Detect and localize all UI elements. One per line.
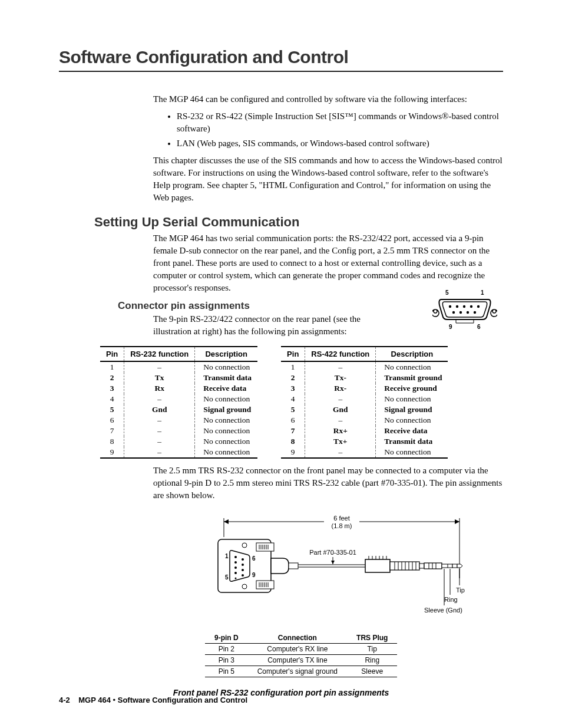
svg-point-5 xyxy=(452,311,455,314)
subsection-paragraph: The 9-pin RS-232/422 connector on the re… xyxy=(153,313,385,338)
trs-table: 9-pin D Connection TRS Plug Pin 2Compute… xyxy=(205,633,397,677)
footer-product: MGP 464 xyxy=(78,696,111,704)
col-header: TRS Plug xyxy=(347,633,397,644)
col-header: Connection xyxy=(248,633,347,644)
pin-label-1: 1 xyxy=(481,289,484,296)
table-row: 9–No connection xyxy=(100,447,257,458)
page-number: 4-2 xyxy=(59,696,70,704)
svg-rect-76 xyxy=(442,564,452,568)
col-header: RS-422 function xyxy=(305,347,376,361)
col-header: Description xyxy=(376,347,448,361)
svg-point-45 xyxy=(242,574,244,577)
svg-text:6 feet: 6 feet xyxy=(333,515,350,522)
svg-point-8 xyxy=(474,311,476,314)
col-header: Description xyxy=(195,347,257,361)
table-row: 8–No connection xyxy=(100,436,257,447)
table-row: 1–No connection xyxy=(281,361,448,373)
svg-text:Tip: Tip xyxy=(456,587,465,594)
table-row: 4–No connection xyxy=(100,394,257,404)
svg-point-1 xyxy=(456,305,458,308)
table-row: 5GndSignal ground xyxy=(100,404,257,415)
trs-paragraph: The 2.5 mm TRS RS-232 connector on the f… xyxy=(153,465,503,502)
rs232-table: Pin RS-232 function Description 1–No con… xyxy=(100,346,257,459)
svg-rect-56 xyxy=(365,559,390,572)
table-row: 4–No connection xyxy=(281,394,448,404)
table-row: 9–No connection xyxy=(281,447,448,458)
svg-text:Part #70-335-01: Part #70-335-01 xyxy=(309,549,356,556)
svg-rect-78 xyxy=(452,564,457,568)
svg-text:Sleeve (Gnd): Sleeve (Gnd) xyxy=(424,607,462,614)
table-row: 3RxReceive data xyxy=(100,383,257,394)
table-row: 2Tx-Transmit ground xyxy=(281,373,448,383)
table-row: 8Tx+Transmit data xyxy=(281,436,448,447)
svg-point-40 xyxy=(234,572,237,574)
cable-diagram: 6 feet (1.8 m) 1 6 5 9 Part #70-33 xyxy=(200,513,503,677)
rs422-table: Pin RS-422 function Description 1–No con… xyxy=(281,346,448,459)
svg-text:5: 5 xyxy=(225,574,229,581)
pin-label-9: 9 xyxy=(449,324,452,330)
intro-paragraph-2: This chapter discusses the use of the SI… xyxy=(153,154,503,204)
svg-point-6 xyxy=(459,311,462,314)
svg-rect-71 xyxy=(419,564,424,568)
interface-list: RS-232 or RS-422 (Simple Instruction Set… xyxy=(153,110,503,150)
pin-label-6: 6 xyxy=(477,324,481,330)
section-paragraph: The MGP 464 has two serial communication… xyxy=(153,232,503,294)
svg-point-2 xyxy=(463,305,465,308)
svg-point-37 xyxy=(234,556,237,558)
table-row: 3Rx-Receive ground xyxy=(281,383,448,394)
svg-text:9: 9 xyxy=(252,572,256,578)
table-row: Pin 2Computer's RX lineTip xyxy=(205,644,397,655)
table-row: 7–No connection xyxy=(100,426,257,436)
footer-section: Software Configuration and Control xyxy=(118,696,247,704)
pin-label-5: 5 xyxy=(445,289,449,296)
table-row: Pin 5Computer's signal groundSleeve xyxy=(205,666,397,677)
table-row: 6–No connection xyxy=(100,415,257,426)
page-title: Software Configuration and Control xyxy=(59,47,503,67)
page-footer: 4-2 MGP 464 • Software Configuration and… xyxy=(59,696,247,704)
svg-point-38 xyxy=(234,561,237,564)
svg-point-41 xyxy=(235,578,237,579)
svg-point-39 xyxy=(234,566,237,569)
table-row: 2TxTransmit data xyxy=(100,373,257,383)
table-row: 7Rx+Receive data xyxy=(281,426,448,436)
svg-text:(1.8 m): (1.8 m) xyxy=(332,522,352,529)
svg-marker-55 xyxy=(331,561,335,564)
intro-paragraph-1: The MGP 464 can be configured and contro… xyxy=(153,93,503,106)
section-heading: Setting Up Serial Communication xyxy=(94,215,503,230)
svg-point-44 xyxy=(242,569,244,571)
svg-marker-14 xyxy=(455,519,459,524)
svg-point-0 xyxy=(449,305,451,308)
col-header: Pin xyxy=(281,347,305,361)
bullet-item: LAN (Web pages, SIS commands, or Windows… xyxy=(177,137,503,150)
svg-point-7 xyxy=(467,311,469,314)
svg-text:1: 1 xyxy=(225,553,229,559)
svg-text:6: 6 xyxy=(252,555,256,562)
svg-rect-50 xyxy=(289,563,298,569)
svg-point-4 xyxy=(477,305,480,308)
bullet-item: RS-232 or RS-422 (Simple Instruction Set… xyxy=(177,110,503,135)
table-row: 1–No connection xyxy=(100,361,257,373)
table-row: 5GndSignal ground xyxy=(281,404,448,415)
col-header: Pin xyxy=(100,347,124,361)
db9-connector-icon: 5 1 9 6 xyxy=(432,289,497,332)
col-header: RS-232 function xyxy=(124,347,195,361)
svg-point-43 xyxy=(242,564,244,566)
svg-text:Ring: Ring xyxy=(444,596,458,603)
table-row: Pin 3Computer's TX lineRing xyxy=(205,655,397,666)
title-rule xyxy=(59,71,503,72)
svg-rect-72 xyxy=(424,563,442,569)
svg-point-42 xyxy=(242,558,244,561)
table-row: 6–No connection xyxy=(281,415,448,426)
svg-point-3 xyxy=(470,305,472,308)
svg-marker-13 xyxy=(224,519,229,524)
col-header: 9-pin D xyxy=(205,633,248,644)
